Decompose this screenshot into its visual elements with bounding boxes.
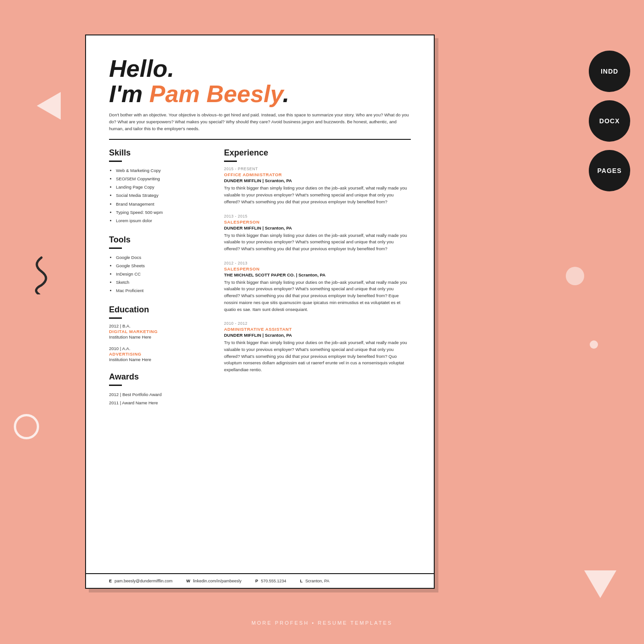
experience-title: Experience [224, 148, 411, 158]
award-entry-2: 2011 | Award Name Here [109, 399, 208, 407]
location-value: Scranton, PA [305, 579, 329, 583]
edu-degree-1: Digital Marketing [109, 329, 208, 334]
right-column: Experience 2015 - Present Office Adminis… [224, 148, 411, 417]
name-line: I'm Pam Beesly. [109, 81, 411, 107]
greeting-text: Hello. [109, 56, 411, 81]
bottom-branding-text: MORE PROFESH • Resume Templates [252, 620, 393, 626]
exp-title-2: Salesperson [224, 219, 411, 224]
exp-title-3: Salesperson [224, 266, 411, 271]
resume-container: Hello. I'm Pam Beesly. Don't bother with… [85, 34, 435, 589]
exp-company-1: DUNDER MIFFLIN | Scranton, PA [224, 178, 411, 183]
decorative-triangle-bottom-right [584, 570, 616, 598]
awards-section: Awards 2012 | Best Portfolio Award 2011 … [109, 372, 208, 407]
exp-dates-1: 2015 - Present [224, 167, 411, 171]
resume-header: Hello. I'm Pam Beesly. Don't bother with… [109, 56, 411, 140]
tool-item: InDesign CC [116, 270, 208, 278]
tool-item: Sketch [116, 278, 208, 287]
education-section: Education 2012 | B.A. Digital Marketing … [109, 305, 208, 362]
exp-desc-4: Try to think bigger than simply listing … [224, 339, 411, 374]
footer-location: L Scranton, PA [300, 579, 329, 583]
tools-section: Tools Google Docs Google Sheets InDesign… [109, 235, 208, 295]
exp-entry-4: 2010 - 2012 Administrative Assistant DUN… [224, 321, 411, 374]
skill-item: Typing Speed: 500 wpm [116, 208, 208, 217]
name-highlight: Pam Beesly [150, 80, 283, 107]
website-value: linkedin.com/in/pambeesly [193, 579, 242, 583]
name-suffix: . [283, 80, 289, 107]
edu-year-1: 2012 | B.A. [109, 323, 208, 328]
skills-title: Skills [109, 148, 208, 158]
experience-divider [224, 161, 237, 162]
skills-divider [109, 161, 122, 162]
resume-paper: Hello. I'm Pam Beesly. Don't bother with… [85, 34, 435, 589]
decorative-squiggle [28, 253, 53, 301]
skill-item: Brand Management [116, 200, 208, 208]
exp-desc-1: Try to think bigger than simply listing … [224, 185, 411, 205]
skills-list: Web & Marketing Copy SEO/SEM Copywriting… [109, 167, 208, 224]
footer-phone: P 570.555.1234 [255, 579, 286, 583]
resume-footer: E pam.beesly@dundermifflin.com W linkedi… [86, 573, 434, 588]
decorative-triangle-left [37, 92, 61, 120]
name-prefix: I'm [109, 80, 150, 107]
exp-dates-2: 2013 - 2015 [224, 214, 411, 218]
exp-dates-4: 2010 - 2012 [224, 321, 411, 326]
summary-text: Don't bother with an objective. Your obj… [109, 112, 411, 132]
email-value: pam.beesly@dundermifflin.com [115, 579, 172, 583]
tool-item: Mac Proficient [116, 287, 208, 295]
skill-item: Web & Marketing Copy [116, 167, 208, 175]
email-label: E [109, 579, 112, 583]
exp-company-4: DUNDER MIFFLIN | Scranton, PA [224, 333, 411, 338]
edu-institution-2: Institution Name Here [109, 357, 208, 362]
phone-label: P [255, 579, 258, 583]
edu-entry-2: 2010 | A.A. Advertising Institution Name… [109, 346, 208, 362]
edu-entry-1: 2012 | B.A. Digital Marketing Institutio… [109, 323, 208, 339]
website-label: W [186, 579, 190, 583]
education-title: Education [109, 305, 208, 315]
location-label: L [300, 579, 303, 583]
exp-company-3: THE MICHAEL SCOTT PAPER CO. | Scranton, … [224, 272, 411, 277]
decorative-circle-right-sm [590, 340, 598, 349]
skill-item: Social Media Strategy [116, 191, 208, 200]
tool-item: Google Sheets [116, 262, 208, 270]
tools-divider [109, 247, 122, 249]
resume-body: Skills Web & Marketing Copy SEO/SEM Copy… [109, 148, 411, 417]
tools-list: Google Docs Google Sheets InDesign CC Sk… [109, 253, 208, 295]
decorative-circle-right [566, 267, 584, 285]
left-column: Skills Web & Marketing Copy SEO/SEM Copy… [109, 148, 208, 417]
skill-item: Landing Page Copy [116, 183, 208, 191]
docx-button[interactable]: DOCX [589, 100, 630, 142]
edu-institution-1: Institution Name Here [109, 334, 208, 339]
exp-desc-3: Try to think bigger than simply listing … [224, 279, 411, 313]
exp-entry-2: 2013 - 2015 Salesperson DUNDER MIFFLIN |… [224, 214, 411, 253]
exp-company-2: DUNDER MIFFLIN | Scranton, PA [224, 225, 411, 230]
format-buttons-container: INDD DOCX PAGES [589, 51, 630, 191]
education-divider [109, 317, 122, 319]
skill-item: SEO/SEM Copywriting [116, 175, 208, 183]
skills-section: Skills Web & Marketing Copy SEO/SEM Copy… [109, 148, 208, 224]
tools-title: Tools [109, 235, 208, 245]
exp-title-1: Office Administrator [224, 172, 411, 177]
awards-title: Awards [109, 372, 208, 382]
exp-title-4: Administrative Assistant [224, 327, 411, 332]
footer-email: E pam.beesly@dundermifflin.com [109, 579, 172, 583]
exp-entry-1: 2015 - Present Office Administrator DUND… [224, 167, 411, 205]
tool-item: Google Docs [116, 253, 208, 262]
exp-entry-3: 2012 - 2013 Salesperson THE MICHAEL SCOT… [224, 261, 411, 313]
skill-item: Lorem ipsum dolor [116, 217, 208, 225]
indd-button[interactable]: INDD [589, 51, 630, 92]
decorative-circle-left [14, 414, 39, 439]
edu-year-2: 2010 | A.A. [109, 346, 208, 351]
exp-dates-3: 2012 - 2013 [224, 261, 411, 265]
exp-desc-2: Try to think bigger than simply listing … [224, 232, 411, 253]
footer-website: W linkedin.com/in/pambeesly [186, 579, 242, 583]
edu-degree-2: Advertising [109, 351, 208, 356]
pages-button[interactable]: PAGES [589, 150, 630, 191]
awards-divider [109, 385, 122, 386]
phone-value: 570.555.1234 [261, 579, 286, 583]
award-entry-1: 2012 | Best Portfolio Award [109, 391, 208, 399]
